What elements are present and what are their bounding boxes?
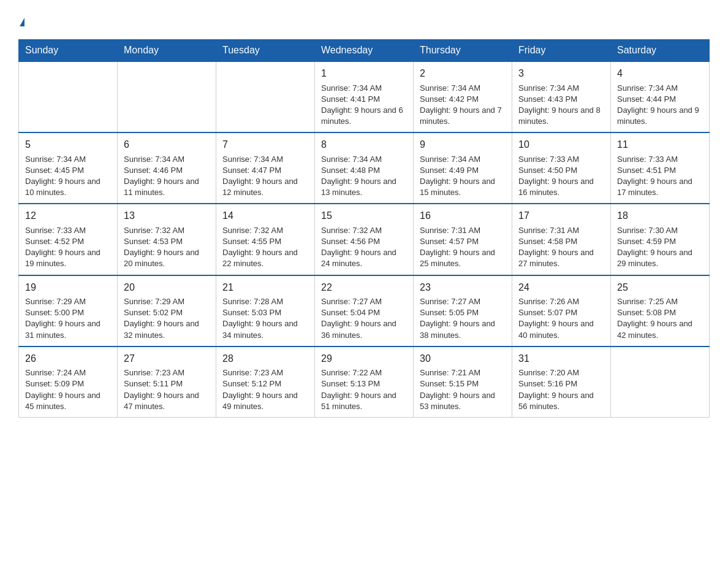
day-info: Sunrise: 7:25 AM Sunset: 5:08 PM Dayligh… (617, 296, 703, 341)
day-header-saturday: Saturday (611, 40, 710, 62)
day-info: Sunrise: 7:20 AM Sunset: 5:16 PM Dayligh… (518, 367, 604, 412)
day-number: 8 (321, 138, 407, 151)
calendar-day-19: 19Sunrise: 7:29 AM Sunset: 5:00 PM Dayli… (19, 275, 118, 347)
day-info: Sunrise: 7:34 AM Sunset: 4:47 PM Dayligh… (222, 154, 308, 199)
day-info: Sunrise: 7:23 AM Sunset: 5:11 PM Dayligh… (124, 367, 210, 412)
day-number: 4 (617, 67, 703, 80)
calendar-week-row: 12Sunrise: 7:33 AM Sunset: 4:52 PM Dayli… (19, 204, 710, 275)
day-info: Sunrise: 7:34 AM Sunset: 4:42 PM Dayligh… (420, 83, 506, 128)
day-info: Sunrise: 7:31 AM Sunset: 4:57 PM Dayligh… (420, 225, 506, 270)
day-info: Sunrise: 7:33 AM Sunset: 4:50 PM Dayligh… (518, 154, 604, 199)
day-info: Sunrise: 7:22 AM Sunset: 5:13 PM Dayligh… (321, 367, 407, 412)
day-info: Sunrise: 7:29 AM Sunset: 5:00 PM Dayligh… (25, 296, 111, 341)
day-number: 15 (321, 209, 407, 223)
day-info: Sunrise: 7:23 AM Sunset: 5:12 PM Dayligh… (222, 367, 308, 412)
day-number: 7 (222, 138, 308, 151)
calendar-day-24: 24Sunrise: 7:26 AM Sunset: 5:07 PM Dayli… (512, 275, 611, 347)
day-header-tuesday: Tuesday (216, 40, 315, 62)
calendar-day-2: 2Sunrise: 7:34 AM Sunset: 4:42 PM Daylig… (414, 61, 512, 132)
day-header-sunday: Sunday (19, 40, 118, 62)
day-info: Sunrise: 7:34 AM Sunset: 4:41 PM Dayligh… (321, 83, 407, 128)
day-number: 29 (321, 352, 407, 366)
calendar-day-21: 21Sunrise: 7:28 AM Sunset: 5:03 PM Dayli… (216, 275, 315, 347)
calendar-day-16: 16Sunrise: 7:31 AM Sunset: 4:57 PM Dayli… (414, 204, 512, 275)
day-number: 11 (617, 138, 703, 151)
logo (18, 12, 25, 30)
day-number: 30 (420, 352, 506, 366)
calendar-day-23: 23Sunrise: 7:27 AM Sunset: 5:05 PM Dayli… (414, 275, 512, 347)
day-info: Sunrise: 7:21 AM Sunset: 5:15 PM Dayligh… (420, 367, 506, 412)
calendar-day-28: 28Sunrise: 7:23 AM Sunset: 5:12 PM Dayli… (216, 347, 315, 418)
calendar-day-31: 31Sunrise: 7:20 AM Sunset: 5:16 PM Dayli… (512, 347, 611, 418)
day-info: Sunrise: 7:34 AM Sunset: 4:46 PM Dayligh… (124, 154, 210, 199)
calendar-day-1: 1Sunrise: 7:34 AM Sunset: 4:41 PM Daylig… (315, 61, 414, 132)
day-number: 25 (617, 281, 703, 294)
day-header-wednesday: Wednesday (315, 40, 414, 62)
calendar-day-8: 8Sunrise: 7:34 AM Sunset: 4:48 PM Daylig… (315, 132, 414, 204)
calendar-empty-cell (19, 61, 118, 132)
calendar-day-29: 29Sunrise: 7:22 AM Sunset: 5:13 PM Dayli… (315, 347, 414, 418)
day-info: Sunrise: 7:32 AM Sunset: 4:56 PM Dayligh… (321, 225, 407, 270)
day-number: 10 (518, 138, 604, 151)
calendar-day-30: 30Sunrise: 7:21 AM Sunset: 5:15 PM Dayli… (414, 347, 512, 418)
calendar-day-27: 27Sunrise: 7:23 AM Sunset: 5:11 PM Dayli… (118, 347, 216, 418)
calendar-day-20: 20Sunrise: 7:29 AM Sunset: 5:02 PM Dayli… (118, 275, 216, 347)
day-info: Sunrise: 7:34 AM Sunset: 4:43 PM Dayligh… (518, 83, 604, 128)
day-number: 5 (25, 138, 111, 151)
day-info: Sunrise: 7:31 AM Sunset: 4:58 PM Dayligh… (518, 225, 604, 270)
calendar-week-row: 1Sunrise: 7:34 AM Sunset: 4:41 PM Daylig… (19, 61, 710, 132)
day-number: 26 (25, 352, 111, 366)
calendar-table: SundayMondayTuesdayWednesdayThursdayFrid… (18, 39, 710, 418)
calendar-empty-cell (611, 347, 710, 418)
day-info: Sunrise: 7:32 AM Sunset: 4:55 PM Dayligh… (222, 225, 308, 270)
day-info: Sunrise: 7:33 AM Sunset: 4:51 PM Dayligh… (617, 154, 703, 199)
calendar-day-12: 12Sunrise: 7:33 AM Sunset: 4:52 PM Dayli… (19, 204, 118, 275)
day-header-monday: Monday (118, 40, 216, 62)
calendar-week-row: 5Sunrise: 7:34 AM Sunset: 4:45 PM Daylig… (19, 132, 710, 204)
day-info: Sunrise: 7:34 AM Sunset: 4:48 PM Dayligh… (321, 154, 407, 199)
calendar-day-15: 15Sunrise: 7:32 AM Sunset: 4:56 PM Dayli… (315, 204, 414, 275)
day-info: Sunrise: 7:29 AM Sunset: 5:02 PM Dayligh… (124, 296, 210, 341)
day-number: 21 (222, 281, 308, 294)
day-number: 1 (321, 67, 407, 80)
day-number: 23 (420, 281, 506, 294)
calendar-day-13: 13Sunrise: 7:32 AM Sunset: 4:53 PM Dayli… (118, 204, 216, 275)
calendar-day-17: 17Sunrise: 7:31 AM Sunset: 4:58 PM Dayli… (512, 204, 611, 275)
day-info: Sunrise: 7:33 AM Sunset: 4:52 PM Dayligh… (25, 225, 111, 270)
calendar-day-22: 22Sunrise: 7:27 AM Sunset: 5:04 PM Dayli… (315, 275, 414, 347)
day-number: 28 (222, 352, 308, 366)
calendar-header-row: SundayMondayTuesdayWednesdayThursdayFrid… (19, 40, 710, 62)
day-info: Sunrise: 7:34 AM Sunset: 4:49 PM Dayligh… (420, 154, 506, 199)
day-number: 27 (124, 352, 210, 366)
day-info: Sunrise: 7:27 AM Sunset: 5:04 PM Dayligh… (321, 296, 407, 341)
calendar-day-11: 11Sunrise: 7:33 AM Sunset: 4:51 PM Dayli… (611, 132, 710, 204)
day-info: Sunrise: 7:28 AM Sunset: 5:03 PM Dayligh… (222, 296, 308, 341)
day-number: 3 (518, 67, 604, 80)
day-header-friday: Friday (512, 40, 611, 62)
day-number: 13 (124, 209, 210, 223)
calendar-day-9: 9Sunrise: 7:34 AM Sunset: 4:49 PM Daylig… (414, 132, 512, 204)
calendar-empty-cell (118, 61, 216, 132)
calendar-day-25: 25Sunrise: 7:25 AM Sunset: 5:08 PM Dayli… (611, 275, 710, 347)
calendar-day-3: 3Sunrise: 7:34 AM Sunset: 4:43 PM Daylig… (512, 61, 611, 132)
calendar-day-5: 5Sunrise: 7:34 AM Sunset: 4:45 PM Daylig… (19, 132, 118, 204)
day-header-thursday: Thursday (414, 40, 512, 62)
day-info: Sunrise: 7:26 AM Sunset: 5:07 PM Dayligh… (518, 296, 604, 341)
logo-triangle-icon (20, 18, 25, 26)
page-header (18, 12, 710, 30)
calendar-day-10: 10Sunrise: 7:33 AM Sunset: 4:50 PM Dayli… (512, 132, 611, 204)
day-number: 19 (25, 281, 111, 294)
day-number: 24 (518, 281, 604, 294)
day-number: 16 (420, 209, 506, 223)
calendar-day-26: 26Sunrise: 7:24 AM Sunset: 5:09 PM Dayli… (19, 347, 118, 418)
calendar-week-row: 19Sunrise: 7:29 AM Sunset: 5:00 PM Dayli… (19, 275, 710, 347)
day-number: 6 (124, 138, 210, 151)
calendar-day-18: 18Sunrise: 7:30 AM Sunset: 4:59 PM Dayli… (611, 204, 710, 275)
day-info: Sunrise: 7:30 AM Sunset: 4:59 PM Dayligh… (617, 225, 703, 270)
day-number: 12 (25, 209, 111, 223)
day-info: Sunrise: 7:24 AM Sunset: 5:09 PM Dayligh… (25, 367, 111, 412)
day-number: 20 (124, 281, 210, 294)
calendar-empty-cell (216, 61, 315, 132)
day-info: Sunrise: 7:32 AM Sunset: 4:53 PM Dayligh… (124, 225, 210, 270)
calendar-day-6: 6Sunrise: 7:34 AM Sunset: 4:46 PM Daylig… (118, 132, 216, 204)
